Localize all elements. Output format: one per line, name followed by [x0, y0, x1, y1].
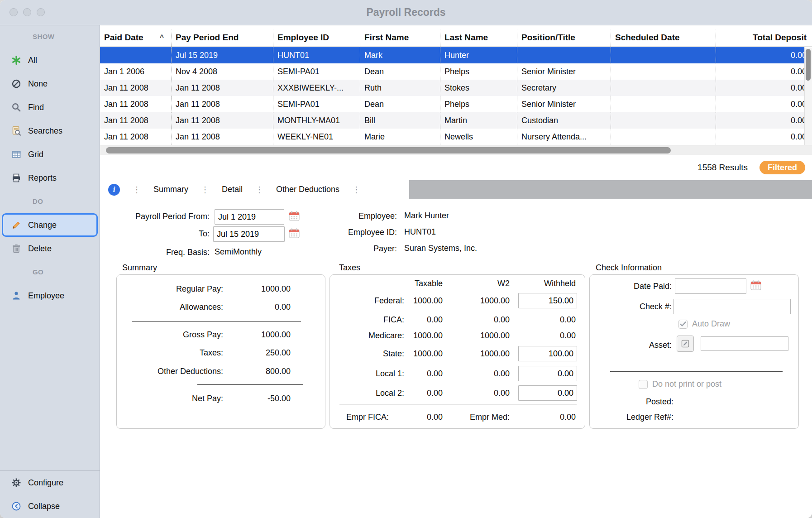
check-number-label: Check #:: [590, 302, 672, 312]
sidebar-item-searches[interactable]: Searches: [0, 119, 100, 143]
check-icon: [680, 321, 686, 327]
gear-icon: [11, 477, 22, 488]
cell-employee-id: HUNT01: [273, 47, 360, 63]
info-button[interactable]: i: [108, 184, 120, 196]
horizontal-scrollbar[interactable]: [100, 145, 812, 155]
table-body: Jul 15 2019 HUNT01 Mark Hunter 0.00 Jan …: [100, 47, 812, 145]
cell-paid-date: Jan 11 2008: [100, 80, 172, 96]
check-divider: [610, 371, 783, 372]
column-header-scheduled-date[interactable]: Scheduled Date: [611, 29, 716, 47]
payer-label: Payer:: [317, 244, 397, 254]
table-row-selected[interactable]: Jul 15 2019 HUNT01 Mark Hunter 0.00: [100, 47, 812, 63]
cell-employee-id: SEMI-PA01: [273, 96, 360, 112]
asset-picker-button[interactable]: [677, 336, 694, 352]
taxes-header-withheld: Withheld: [544, 278, 576, 288]
empr-med-value: 0.00: [560, 412, 576, 422]
sidebar-item-label: Reports: [28, 173, 57, 183]
cell-position: Nursery Attenda...: [517, 129, 611, 145]
taxes-header-w2: W2: [497, 278, 510, 288]
sidebar-item-label: Collapse: [28, 502, 60, 511]
summary-row-label: Gross Pay:: [117, 330, 223, 340]
cell-first-name: Dean: [360, 63, 440, 80]
date-paid-label: Date Paid:: [590, 281, 672, 291]
pencil-icon: [11, 220, 22, 230]
vertical-scrollbar[interactable]: [804, 47, 812, 145]
employee-label: Employee:: [317, 211, 397, 221]
horizontal-scrollbar-thumb[interactable]: [106, 147, 671, 153]
tab-other-deductions[interactable]: Other Deductions: [276, 185, 339, 194]
sidebar-item-grid[interactable]: Grid: [0, 143, 100, 166]
asterisk-icon: [11, 55, 22, 66]
withheld-state-input[interactable]: [518, 346, 577, 361]
filtered-badge[interactable]: Filtered: [759, 161, 805, 174]
cell-scheduled-date: [611, 129, 716, 145]
column-header-pay-period-end[interactable]: Pay Period End: [172, 29, 273, 47]
calendar-icon[interactable]: [289, 228, 300, 238]
do-not-print-checkbox[interactable]: [639, 380, 648, 389]
cell-scheduled-date: [611, 47, 716, 63]
tab-strip-tabs: i ⋮ Summary ⋮ Detail ⋮ Other Deductions …: [100, 180, 409, 199]
vertical-scrollbar-thumb[interactable]: [806, 49, 811, 81]
sidebar-item-label: Change: [28, 221, 57, 230]
sidebar-item-all[interactable]: All: [0, 48, 100, 72]
check-number-input[interactable]: [673, 299, 791, 314]
column-header-position[interactable]: Position/Title: [517, 29, 611, 47]
freq-basis-value: SemiMonthly: [215, 247, 262, 257]
asset-input[interactable]: [701, 336, 788, 351]
tax-row-label: Local 2:: [330, 388, 404, 398]
calendar-icon[interactable]: [289, 211, 300, 221]
sidebar-item-reports[interactable]: Reports: [0, 166, 100, 190]
cell-position: Custodian: [517, 112, 611, 129]
cell-employee-id: SEMI-PA01: [273, 63, 360, 80]
column-header-employee-id[interactable]: Employee ID: [273, 29, 360, 47]
sidebar-item-label: Employee: [28, 291, 64, 301]
table-row[interactable]: Jan 11 2008 Jan 11 2008 MONTHLY-MA01 Bil…: [100, 112, 812, 129]
cell-last-name: Hunter: [440, 47, 517, 63]
column-header-paid-date[interactable]: Paid Date ^: [100, 29, 172, 47]
period-from-input[interactable]: [215, 209, 284, 225]
sidebar-header-show: SHOW: [0, 25, 100, 48]
sidebar-item-configure[interactable]: Configure: [0, 471, 100, 494]
summary-row-value: 0.00: [223, 302, 291, 312]
cell-paid-date: Jan 1 2006: [100, 63, 172, 80]
tab-summary[interactable]: Summary: [153, 185, 188, 194]
table-row[interactable]: Jan 11 2008 Jan 11 2008 XXXBIWEEKLY-... …: [100, 80, 812, 96]
column-header-last-name[interactable]: Last Name: [440, 29, 517, 47]
do-not-print-label: Do not print or post: [652, 379, 721, 389]
withheld-federal-input[interactable]: [518, 293, 577, 308]
cell-paid-date: [100, 47, 172, 63]
column-header-first-name[interactable]: First Name: [360, 29, 440, 47]
sidebar-item-delete[interactable]: Delete: [0, 237, 100, 260]
tab-detail[interactable]: Detail: [222, 185, 243, 194]
freq-basis-label: Freq. Basis:: [136, 247, 210, 257]
cell-last-name: Martin: [440, 112, 517, 129]
taxes-header-taxable: Taxable: [415, 278, 443, 288]
table-row[interactable]: Jan 1 2006 Nov 4 2008 SEMI-PA01 Dean Phe…: [100, 63, 812, 80]
sidebar-item-collapse[interactable]: Collapse: [0, 494, 100, 518]
edit-ledger-icon: [681, 339, 690, 348]
cell-paid-date: Jan 11 2008: [100, 129, 172, 145]
tax-row-label: State:: [330, 349, 404, 359]
period-to-input[interactable]: [213, 226, 285, 242]
cell-employee-id: WEEKLY-NE01: [273, 129, 360, 145]
sidebar-item-employee[interactable]: Employee: [0, 284, 100, 307]
sidebar-item-change[interactable]: Change: [2, 213, 98, 237]
calendar-icon[interactable]: [750, 280, 761, 290]
summary-panel: Regular Pay:1000.00 Allowances:0.00 Gros…: [116, 274, 325, 429]
sidebar-item-find[interactable]: Find: [0, 96, 100, 119]
withheld-local2-input[interactable]: [518, 385, 577, 401]
table-row[interactable]: Jan 11 2008 Jan 11 2008 SEMI-PA01 Dean P…: [100, 96, 812, 112]
table-header-row: Paid Date ^ Pay Period End Employee ID F…: [100, 29, 812, 47]
auto-draw-checkbox[interactable]: [678, 320, 688, 329]
table-row[interactable]: Jan 11 2008 Jan 11 2008 WEEKLY-NE01 Mari…: [100, 129, 812, 145]
column-header-total-deposit[interactable]: Total Deposit: [716, 29, 812, 47]
summary-divider: [197, 384, 303, 385]
date-paid-input[interactable]: [675, 278, 746, 294]
sidebar-item-none[interactable]: None: [0, 72, 100, 96]
withheld-local1-input[interactable]: [518, 366, 577, 381]
cell-total-deposit: 0.00: [716, 47, 812, 63]
empr-fica-value: 0.00: [427, 412, 443, 422]
sidebar-item-label: Searches: [28, 126, 62, 136]
cell-scheduled-date: [611, 112, 716, 129]
sidebar-item-label: Delete: [28, 244, 52, 254]
